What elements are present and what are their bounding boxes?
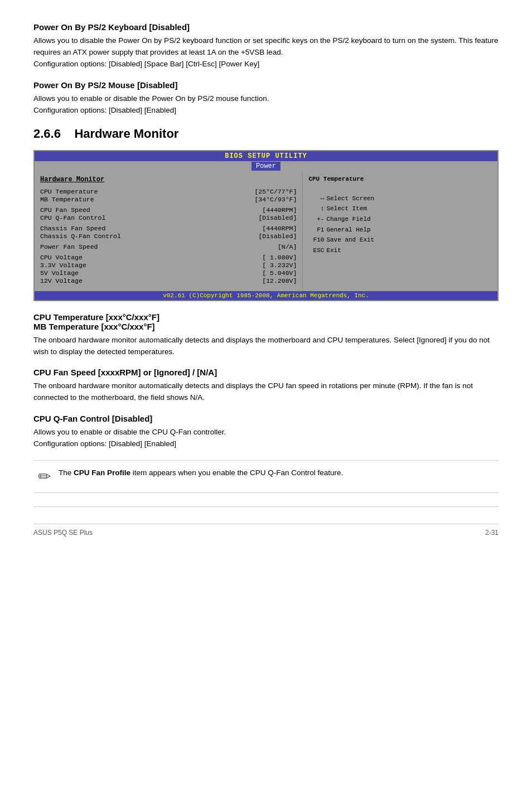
chassis-fan-val: [4440RPM] [262,225,297,232]
bios-header: BIOS SETUP UTILITY [35,151,497,161]
ps2-keyboard-title: Power On By PS/2 Keyboard [Disabled] [33,22,499,32]
footer-left: ASUS P5Q SE Plus [33,529,93,537]
bios-row-5v: 5V Voltage [ 5.040V] [40,269,297,277]
legend-desc-help: General Help [326,225,370,235]
bios-row-12v: 12V Voltage [12.208V] [40,277,297,284]
5v-key: 5V Voltage [40,269,79,277]
chapter-heading: 2.6.6 Hardware Monitor [33,127,499,141]
cpu-fan-speed-title: CPU Fan Speed [xxxxRPM] or [Ignored] / [… [33,368,499,377]
section-ps2-keyboard: Power On By PS/2 Keyboard [Disabled] All… [33,22,499,70]
bios-row-cpu-fan: CPU Fan Speed [4440RPM] [40,206,297,214]
bios-content: Hardware Monitor CPU Temperature [25°C/7… [35,172,497,291]
cpu-mb-temp-body: The onboard hardware monitor automatical… [33,335,499,358]
legend-key-save: F10 [308,235,324,245]
legend-key-screen: ↔ [308,194,324,204]
legend-row-field: +- Change Field [308,214,492,225]
legend-key-item: ↕ [308,204,324,214]
bios-row-mb-temp: MB Temperature [34°C/93°F] [40,196,297,203]
chassis-qfan-val: [Disabled] [258,233,297,240]
legend-row-help: F1 General Help [308,225,492,235]
cpu-fan-key: CPU Fan Speed [40,206,90,214]
chassis-fan-key: Chassis Fan Speed [40,225,105,232]
33v-val: [ 3.232V] [262,262,297,269]
legend-row-exit: ESC Exit [308,245,492,256]
bios-panel-title: Hardware Monitor [40,176,297,183]
bios-fan-group: CPU Fan Speed [4440RPM] CPU Q-Fan Contro… [40,206,297,221]
legend-desc-save: Save and Exit [326,235,374,245]
subsection-cpu-qfan: CPU Q-Fan Control [Disabled] Allows you … [33,414,499,450]
legend-desc-screen: Select Screen [326,194,374,204]
legend-key-exit: ESC [308,245,324,256]
cpu-mb-temp-title: CPU Temperature [xxx°C/xxx°F] MB Tempera… [33,312,499,331]
bios-legend: ↔ Select Screen ↕ Select Item +- Change … [308,194,492,256]
chapter-number: 2.6.6 [33,127,61,141]
bios-right-panel: CPU Temperature ↔ Select Screen ↕ Select… [303,172,497,291]
cpu-qfan-title: CPU Q-Fan Control [Disabled] [33,414,499,423]
bios-row-cpu-volt: CPU Voltage [ 1.080V] [40,254,297,261]
footer-right: 2-31 [485,529,499,537]
bios-voltage-group: CPU Voltage [ 1.080V] 3.3V Voltage [ 3.2… [40,254,297,284]
cpu-fan-speed-body: The onboard hardware monitor automatical… [33,380,499,404]
bios-screen: BIOS SETUP UTILITY Power Hardware Monito… [33,150,499,301]
bios-row-power-fan: Power Fan Speed [N/A] [40,243,297,250]
power-fan-val: [N/A] [278,243,297,250]
5v-val: [ 5.040V] [262,269,297,277]
bios-temp-group: CPU Temperature [25°C/77°F] MB Temperatu… [40,188,297,203]
legend-desc-item: Select Item [326,204,367,214]
cpu-temp-key: CPU Temperature [40,188,98,195]
note-text: The CPU Fan Profile item appears when yo… [59,467,343,479]
bios-chassis-group: Chassis Fan Speed [4440RPM] Chassis Q-Fa… [40,225,297,240]
cpu-volt-key: CPU Voltage [40,254,83,261]
cpu-fan-val: [4440RPM] [262,206,297,214]
legend-key-field: +- [308,214,324,225]
33v-key: 3.3V Voltage [40,262,86,269]
note-box: ✏ The CPU Fan Profile item appears when … [33,460,499,493]
mb-temp-val: [34°C/93°F] [254,196,297,203]
footer-bar: ASUS P5Q SE Plus 2-31 [33,524,499,537]
bios-row-chassis-fan: Chassis Fan Speed [4440RPM] [40,225,297,232]
cpu-temp-val: [25°C/77°F] [254,188,297,195]
legend-key-help: F1 [308,225,324,235]
chapter-title: Hardware Monitor [74,127,178,141]
power-fan-key: Power Fan Speed [40,243,98,250]
bios-row-chassis-qfan: Chassis Q-Fan Control [Disabled] [40,233,297,240]
bios-row-cpu-temp: CPU Temperature [25°C/77°F] [40,188,297,195]
bios-help-title: CPU Temperature [308,176,492,182]
bios-row-cpu-qfan: CPU Q-Fan Control [Disabled] [40,214,297,221]
ps2-keyboard-body: Allows you to disable the Power On by PS… [33,35,499,70]
section-ps2-mouse: Power On By PS/2 Mouse [Disabled] Allows… [33,80,499,117]
cpu-qfan-val: [Disabled] [258,214,297,221]
subsection-cpu-fan-speed: CPU Fan Speed [xxxxRPM] or [Ignored] / [… [33,368,499,404]
cpu-volt-val: [ 1.080V] [262,254,297,261]
cpu-qfan-key: CPU Q-Fan Control [40,214,105,221]
page-divider [33,506,499,507]
mb-temp-key: MB Temperature [40,196,94,203]
legend-row-item: ↕ Select Item [308,204,492,214]
legend-row-screen: ↔ Select Screen [308,194,492,204]
chassis-qfan-key: Chassis Q-Fan Control [40,233,121,240]
bios-nav-bar: Power [35,161,497,172]
12v-val: [12.208V] [262,277,297,284]
bios-power-group: Power Fan Speed [N/A] [40,243,297,250]
bios-row-33v: 3.3V Voltage [ 3.232V] [40,262,297,269]
legend-row-save: F10 Save and Exit [308,235,492,245]
note-icon: ✏ [38,467,51,486]
ps2-mouse-title: Power On By PS/2 Mouse [Disabled] [33,80,499,90]
bios-left-panel: Hardware Monitor CPU Temperature [25°C/7… [35,172,303,291]
subsection-cpu-mb-temp: CPU Temperature [xxx°C/xxx°F] MB Tempera… [33,312,499,358]
12v-key: 12V Voltage [40,277,83,284]
ps2-mouse-body: Allows you to enable or disable the Powe… [33,93,499,117]
bios-footer: v02.61 (C)Copyright 1985-2008, American … [35,291,497,300]
cpu-qfan-body: Allows you to enable or disable the CPU … [33,427,499,450]
legend-desc-field: Change Field [326,214,370,225]
legend-desc-exit: Exit [326,245,341,256]
bios-nav-power[interactable]: Power [252,162,280,171]
